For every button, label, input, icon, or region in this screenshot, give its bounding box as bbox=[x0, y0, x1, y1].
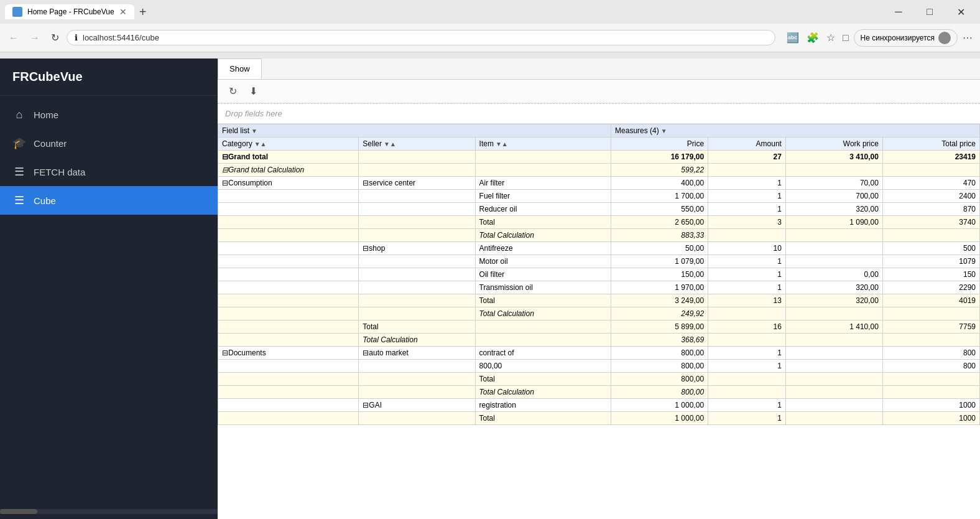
sidebar-title: FRCubeVue bbox=[0, 58, 218, 96]
col-header-price: Price bbox=[611, 138, 708, 151]
collections-icon[interactable]: □ bbox=[840, 30, 851, 46]
drop-zone[interactable]: Drop fields here bbox=[218, 103, 980, 124]
counter-icon: 🎓 bbox=[12, 136, 26, 150]
back-button[interactable]: ← bbox=[5, 30, 22, 46]
tab-show[interactable]: Show bbox=[218, 58, 262, 79]
refresh-data-button[interactable]: ↻ bbox=[225, 83, 241, 99]
table-row: Transmission oil1 970,001320,002290 bbox=[218, 281, 980, 294]
table-row: ⊟Grand total16 179,00273 410,0023419 bbox=[218, 151, 980, 164]
pivot-container[interactable]: Field list ▼ Measures (4) ▼ bbox=[218, 124, 980, 519]
pivot-tbody: ⊟Grand total16 179,00273 410,0023419⊟Gra… bbox=[218, 151, 980, 425]
url-text: localhost:54416/cube bbox=[83, 33, 159, 42]
new-tab-button[interactable]: + bbox=[134, 5, 152, 19]
table-row: ⊟Grand total Calculation599,22 bbox=[218, 164, 980, 177]
field-list-header[interactable]: Field list ▼ bbox=[222, 126, 607, 135]
field-list-label: Field list bbox=[222, 126, 249, 135]
address-bar: ← → ↻ ℹ localhost:54416/cube 🔤 🧩 ☆ □ Не … bbox=[0, 24, 980, 52]
profile-label: Не синхронизируется bbox=[861, 34, 935, 42]
table-row: Motor oil1 079,0011079 bbox=[218, 255, 980, 268]
table-row: Total Calculation883,33 bbox=[218, 229, 980, 242]
toolbar-row: ↻ ⬇ bbox=[218, 80, 980, 103]
sidebar-item-fetch[interactable]: ☰ FETCH data bbox=[0, 157, 218, 186]
col-header-category[interactable]: Category ▼▲ bbox=[218, 138, 359, 151]
browser-tab[interactable]: Home Page - FRCubeVue ✕ bbox=[5, 4, 134, 19]
pivot-header-row-1: Field list ▼ Measures (4) ▼ bbox=[218, 124, 980, 138]
table-row: Total800,00 bbox=[218, 373, 980, 386]
table-row: Total1 000,0011000 bbox=[218, 412, 980, 425]
sidebar-scrollbar[interactable] bbox=[0, 509, 218, 514]
forward-button[interactable]: → bbox=[26, 30, 44, 46]
col-header-total-price: Total price bbox=[882, 138, 979, 151]
favorites-icon[interactable]: ☆ bbox=[824, 29, 838, 46]
sidebar-item-label: Home bbox=[34, 110, 58, 120]
measures-dropdown-icon[interactable]: ▼ bbox=[661, 128, 667, 134]
refresh-button[interactable]: ↻ bbox=[47, 29, 63, 46]
table-row: Oil filter150,0010,00150 bbox=[218, 268, 980, 281]
sidebar-scroll-thumb bbox=[0, 509, 37, 514]
main-tabs: Show bbox=[218, 58, 980, 80]
table-row: ⊟shopAntifreeze50,0010500 bbox=[218, 242, 980, 255]
category-sort-icon[interactable]: ▼▲ bbox=[254, 141, 267, 147]
item-sort-icon[interactable]: ▼▲ bbox=[496, 141, 508, 147]
pivot-table: Field list ▼ Measures (4) ▼ bbox=[218, 124, 980, 425]
title-bar: Home Page - FRCubeVue ✕ + ─ □ ✕ bbox=[0, 0, 980, 24]
cube-icon: ☰ bbox=[12, 194, 26, 207]
col-header-seller[interactable]: Seller ▼▲ bbox=[359, 138, 475, 151]
sidebar-item-label: Counter bbox=[34, 138, 67, 149]
sidebar: FRCubeVue ⌂ Home 🎓 Counter ☰ FETCH data … bbox=[0, 58, 218, 519]
table-row: Total3 249,0013320,004019 bbox=[218, 294, 980, 307]
window-controls: ─ □ ✕ bbox=[884, 4, 975, 20]
pivot-header-row-2: Category ▼▲ Seller ▼▲ It bbox=[218, 138, 980, 151]
table-row: Total Calculation368,69 bbox=[218, 334, 980, 347]
col-header-work-price: Work price bbox=[785, 138, 882, 151]
profile-button[interactable]: Не синхронизируется bbox=[854, 29, 958, 47]
extensions-icon[interactable]: 🧩 bbox=[804, 29, 821, 46]
sidebar-item-cube[interactable]: ☰ Cube bbox=[0, 186, 218, 215]
tab-title: Home Page - FRCubeVue bbox=[27, 7, 114, 16]
fetch-icon: ☰ bbox=[12, 165, 26, 179]
sidebar-item-counter[interactable]: 🎓 Counter bbox=[0, 129, 218, 157]
maximize-button[interactable]: □ bbox=[915, 4, 944, 20]
measures-header[interactable]: Measures (4) ▼ bbox=[615, 126, 976, 135]
download-button[interactable]: ⬇ bbox=[246, 83, 261, 99]
avatar bbox=[938, 32, 951, 44]
col-header-item[interactable]: Item ▼▲ bbox=[475, 138, 611, 151]
table-row: ⊟GAIregistration1 000,0011000 bbox=[218, 399, 980, 412]
measures-label: Measures (4) bbox=[615, 126, 659, 135]
table-row: Fuel filter1 700,001700,002400 bbox=[218, 190, 980, 203]
sidebar-item-label: Cube bbox=[34, 195, 56, 206]
close-window-button[interactable]: ✕ bbox=[946, 4, 975, 20]
col-header-amount: Amount bbox=[708, 138, 786, 151]
table-row: Reducer oil550,001320,00870 bbox=[218, 203, 980, 216]
sidebar-item-label: FETCH data bbox=[34, 167, 85, 177]
sidebar-item-home[interactable]: ⌂ Home bbox=[0, 101, 218, 129]
browser-chrome: Home Page - FRCubeVue ✕ + ─ □ ✕ ← → ↻ ℹ … bbox=[0, 0, 980, 58]
table-row: ⊟Consumption⊟service centerAir filter400… bbox=[218, 177, 980, 190]
menu-button[interactable]: ⋯ bbox=[960, 29, 975, 46]
table-row: Total5 899,00161 410,007759 bbox=[218, 320, 980, 334]
seller-sort-icon[interactable]: ▼▲ bbox=[384, 141, 396, 147]
app-layout: FRCubeVue ⌂ Home 🎓 Counter ☰ FETCH data … bbox=[0, 58, 980, 519]
info-icon: ℹ bbox=[75, 33, 78, 42]
field-list-dropdown-icon[interactable]: ▼ bbox=[251, 128, 257, 134]
translate-icon[interactable]: 🔤 bbox=[784, 29, 802, 46]
close-tab-button[interactable]: ✕ bbox=[119, 7, 127, 17]
table-row: 800,00800,001800 bbox=[218, 360, 980, 373]
table-row: ⊟Documents⊟auto marketcontract of800,001… bbox=[218, 347, 980, 360]
url-bar[interactable]: ℹ localhost:54416/cube bbox=[67, 30, 775, 45]
table-row: Total Calculation249,92 bbox=[218, 307, 980, 320]
tab-favicon bbox=[12, 7, 22, 17]
home-icon: ⌂ bbox=[12, 108, 26, 121]
main-content: Show ↻ ⬇ Drop fields here Field list ▼ bbox=[218, 58, 980, 519]
table-row: Total2 650,0031 090,003740 bbox=[218, 216, 980, 229]
sidebar-nav: ⌂ Home 🎓 Counter ☰ FETCH data ☰ Cube bbox=[0, 96, 218, 220]
browser-toolbar: 🔤 🧩 ☆ □ Не синхронизируется ⋯ bbox=[784, 29, 975, 47]
table-row: Total Calculation800,00 bbox=[218, 386, 980, 399]
minimize-button[interactable]: ─ bbox=[884, 4, 913, 20]
